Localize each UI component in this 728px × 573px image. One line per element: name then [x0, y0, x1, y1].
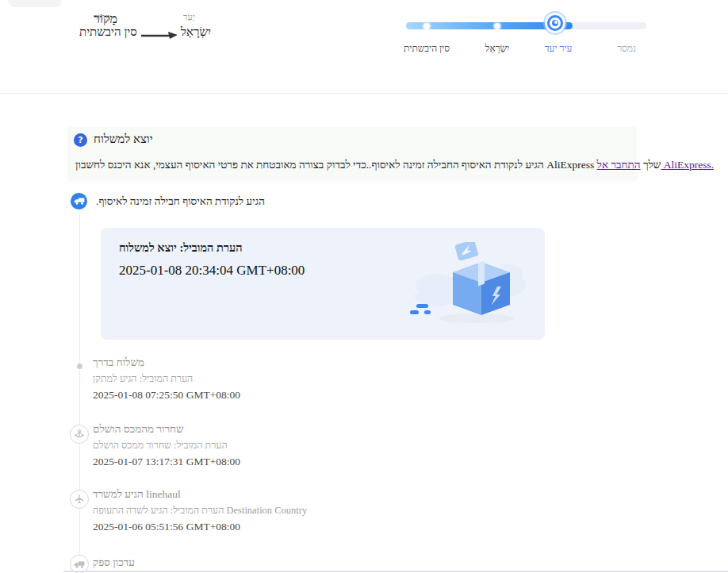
timeline-entry-supplier-update: עדכון ספק	[93, 556, 537, 569]
progress-stop-delivered: נמסר	[617, 43, 636, 55]
entry-title: עדכון ספק	[93, 556, 135, 569]
anchor-icon	[70, 425, 89, 444]
origin-label-text: מָקוֹר	[94, 12, 110, 21]
entry-note: הערת המוביל: הגיע למתקן	[93, 373, 193, 385]
destination-value: יִשְׂרָאֵל	[181, 25, 211, 39]
status-title: יוצא למשלוח	[94, 133, 153, 146]
progress-node-country	[494, 23, 500, 29]
help-question-icon[interactable]: ?	[74, 133, 87, 147]
destination-label: יָעַד	[183, 12, 195, 21]
timeline-entry-customs-released: שחרור מהמכס הושלם הערת המוביל: שחרור ממכ…	[93, 423, 537, 468]
shipment-progress-bar: סין היבשתית יִשְׂרָאֵל עיר יעד נמסר	[406, 19, 649, 59]
airplane-icon	[70, 490, 89, 509]
entry-timestamp: 2025-01-06 05:51:56 GMT+08:00	[93, 521, 537, 533]
timeline-connector-line	[79, 213, 80, 573]
current-status-text: הגיע לנקודת האיסוף חבילה זמינה לאיסוף.	[96, 195, 265, 208]
entry-timestamp: 2025-01-07 13:17:31 GMT+08:00	[93, 456, 537, 468]
progress-stop-origin: סין היבשתית	[404, 43, 450, 55]
carrier-note-timestamp: 2025-01-08 20:34:04 GMT+08:00	[119, 263, 305, 279]
dot-icon	[77, 363, 82, 369]
entry-title: הגיע למשרד linehaul	[93, 488, 181, 501]
entry-note: הערת המוביל: הגיע לשדה התעופה Destinatio…	[93, 505, 307, 517]
bottom-divider	[63, 571, 728, 572]
timeline-entry-in-transit: משלוח בדרך הערת המוביל: הגיע למתקן 2025-…	[93, 356, 537, 402]
flying-package-illustration	[404, 242, 531, 325]
timeline-entry-linehaul: הגיע למשרד linehaul הערת המוביל: הגיע לש…	[93, 488, 537, 533]
carrier-note-title: הערת המוביל: יוצא למשלוח	[119, 241, 243, 255]
progress-stop-destination-city: עיר יעד	[545, 43, 573, 55]
entry-note: הערת המוביל: שחרור ממכס הושלם	[93, 440, 228, 452]
carrier-note-card: הערת המוביל: יוצא למשלוח 2025-01-08 20:3…	[101, 228, 545, 340]
origin-value: סין היבשתית	[79, 25, 137, 39]
progress-node-origin	[423, 23, 430, 29]
notice-body-text: הגיע לנקודת האיסוף החבילה זמינה לאיסוף..…	[75, 159, 661, 171]
notice-body: הגיע לנקודת האיסוף החבילה זמינה לאיסוף..…	[75, 159, 630, 171]
entry-timestamp: 2025-01-08 07:25:50 GMT+08:00	[93, 389, 537, 402]
delivery-notice-panel: ? יוצא למשלוח הגיע לנקודת האיסוף החבילה …	[67, 127, 637, 182]
top-edge-fragment	[8, 0, 62, 7]
entry-title: משלוח בדרך	[93, 356, 144, 369]
progress-node-current	[550, 17, 561, 29]
page-header: מָקוֹר סין היבשתית מָקוֹר יָעַד יִשְׂרָא…	[0, 0, 728, 94]
progress-fill	[406, 22, 573, 29]
route-arrow-icon	[140, 29, 179, 41]
current-status-truck-icon	[71, 193, 87, 210]
progress-stop-country: יִשְׂרָאֵל	[485, 43, 509, 55]
entry-title: שחרור מהמכס הושלם	[93, 423, 184, 436]
